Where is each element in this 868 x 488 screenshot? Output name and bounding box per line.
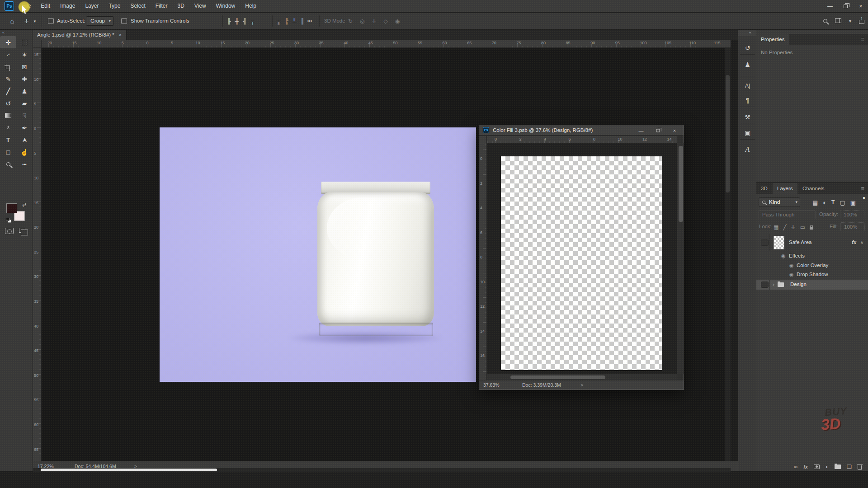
link-layers-icon[interactable]: ∞ [794,464,798,470]
main-vertical-scrollbar[interactable] [725,48,731,461]
auto-select-checkbox[interactable] [48,18,54,24]
fx-badge[interactable]: fx [852,239,856,245]
menu-image[interactable]: Image [55,0,80,12]
blend-mode-dropdown[interactable]: Pass Through [759,210,816,219]
history-brush-tool[interactable]: ↺ [0,97,16,109]
filter-smart-objects-icon[interactable]: ▣ [850,199,856,206]
crop-tool[interactable] [0,61,16,73]
move-tool[interactable]: ✛ [0,36,16,48]
auto-select-target-dropdown[interactable]: Group ▾ [86,16,114,26]
filter-pixel-layers-icon[interactable]: ▤ [812,199,818,206]
lock-pixels-icon[interactable]: ╱ [783,224,786,230]
rectangle-tool[interactable]: □ [0,146,16,158]
menu-window[interactable]: Window [211,0,241,12]
character-panel-icon[interactable]: A| [741,80,754,92]
distribute-bottom-icon[interactable]: ╩ [292,18,297,24]
type-tool[interactable]: T [0,134,16,146]
layer-filter-kind-dropdown[interactable]: Kind ▾ [759,197,800,207]
document-canvas[interactable] [487,143,677,374]
status-chevron-icon[interactable]: > [580,382,583,388]
lasso-tool[interactable]: ~ [0,48,16,61]
delete-layer-icon[interactable] [858,465,862,470]
menu-filter[interactable]: Filter [151,0,173,12]
slide-3d-icon[interactable]: ◇ [384,18,388,24]
home-icon[interactable]: ⌂ [7,13,17,29]
hidden-eye-checkbox[interactable] [761,282,769,288]
visibility-eye-icon[interactable]: ◉ [781,253,786,259]
filter-shape-layers-icon[interactable]: ▢ [840,199,845,206]
close-button[interactable]: × [670,127,679,134]
distribute-center-icon[interactable]: ╠ [285,18,289,24]
more-align-options-icon[interactable]: ••• [304,13,316,29]
zoom-tool[interactable] [0,158,16,170]
menu-3d[interactable]: 3D [172,0,189,12]
filter-adjustment-layers-icon[interactable]: ◐ [823,199,826,206]
default-colors-icon[interactable] [6,218,12,223]
distribute-top-icon[interactable]: ╦ [277,18,281,24]
visibility-eye-icon[interactable]: ◉ [789,272,794,277]
align-top-icon[interactable]: ╤ [251,18,255,24]
eraser-tool[interactable]: ▰ [16,97,33,109]
tool-presets-panel-icon[interactable]: ⚒ [741,111,754,123]
align-left-icon[interactable]: ╟ [227,18,231,24]
camera-3d-icon[interactable]: ◉ [395,18,400,24]
panel-menu-icon[interactable]: ≡ [861,36,864,42]
collapse-tools-icon[interactable]: « [2,30,4,35]
tab-close-icon[interactable]: × [119,32,122,38]
path-selection-tool[interactable]: ➤ [16,134,33,146]
layer-row-safe-area[interactable]: Safe Areafx∧ [756,234,868,251]
gradient-tool[interactable] [0,109,16,122]
eyedropper-tool[interactable]: ✎ [0,73,16,85]
clone-stamp-tool[interactable]: ♟ [16,85,33,97]
visibility-cell[interactable] [756,234,770,251]
orbit-3d-icon[interactable]: ↻ [348,18,353,24]
close-button[interactable]: × [856,2,865,10]
quick-selection-tool[interactable]: ✶ [16,48,33,61]
menu-edit[interactable]: Edit [36,0,55,12]
pan-3d-icon[interactable]: ✛ [372,18,377,24]
workspace-icon[interactable] [835,18,841,24]
menu-type[interactable]: Type [104,0,125,12]
tab-channels[interactable]: Channels [798,183,829,194]
history-panel-icon[interactable]: ↺ [741,42,754,54]
tab-layers[interactable]: Layers [773,183,797,194]
layer-row-effects[interactable]: ◉Effects [756,251,868,261]
expand-dock-icon[interactable]: « [749,30,751,35]
tab-3d[interactable]: 3D [756,183,772,194]
filter-type-layers-icon[interactable]: T [831,199,835,206]
maximize-button[interactable] [653,127,662,134]
document-tab[interactable]: Angle 1.psd @ 17.2% (RGB/8#) * × [33,30,127,40]
group-layers-icon[interactable] [835,465,841,469]
lock-position-icon[interactable]: ✛ [791,224,796,230]
fill-value[interactable]: 100% [840,222,865,231]
hand-tool[interactable]: ☝ [16,146,33,158]
paragraph-panel-icon[interactable]: ¶ [741,94,754,106]
marquee-tool[interactable] [16,36,33,48]
menu-layer[interactable]: Layer [80,0,104,12]
roll-3d-icon[interactable]: ◎ [360,18,364,24]
menu-select[interactable]: Select [125,0,150,12]
notes-panel-icon[interactable]: ▣ [741,127,754,139]
hidden-eye-checkbox[interactable] [761,239,769,246]
brush-tool[interactable]: ╱ [0,85,16,97]
layer-mask-icon[interactable] [814,465,820,469]
minimize-button[interactable]: — [826,2,835,10]
lock-transparency-icon[interactable]: ▦ [774,224,778,230]
layer-row-design[interactable]: ›Design [756,280,868,290]
search-icon[interactable] [823,18,827,24]
panel-menu-icon[interactable]: ≡ [861,185,864,192]
tool-preset-arrow-icon[interactable]: ▾ [32,13,38,29]
swap-colors-icon[interactable]: ⇄ [22,202,26,208]
visibility-eye-icon[interactable]: ◉ [789,263,794,268]
zoom-level[interactable]: 37.63% [483,382,500,388]
lock-all-icon[interactable] [810,227,813,230]
align-center-h-icon[interactable]: ╫ [235,18,239,24]
artboard[interactable] [160,127,476,382]
layer-thumbnail[interactable] [774,236,784,249]
menu-view[interactable]: View [189,0,211,12]
transparent-document[interactable] [501,156,662,370]
smudge-tool[interactable]: ☟ [16,109,33,122]
layer-effects-icon[interactable]: fx [803,464,808,469]
horizontal-scrollbar[interactable] [487,374,677,380]
pen-tool[interactable]: ✒ [16,122,33,134]
